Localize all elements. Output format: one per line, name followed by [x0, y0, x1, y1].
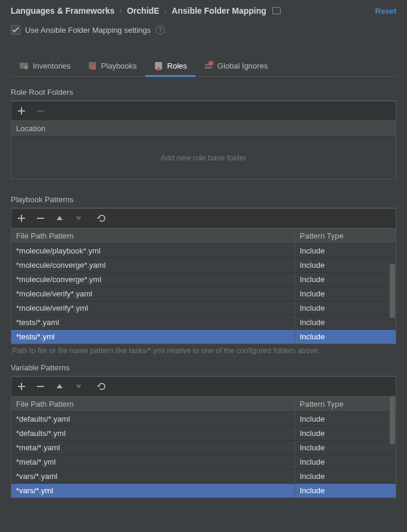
table-row[interactable]: *tests/*.yamlInclude — [11, 315, 396, 329]
col-file-path[interactable]: File Path Pattern — [11, 228, 294, 243]
remove-button[interactable] — [35, 381, 46, 392]
variable-header: File Path Pattern Pattern Type — [11, 397, 396, 412]
tab-inventories[interactable]: Inventories — [11, 56, 79, 76]
add-button[interactable] — [16, 381, 27, 392]
chevron-right-icon: › — [164, 6, 167, 16]
remove-button[interactable] — [35, 213, 46, 224]
tab-global-ignores[interactable]: Global Ignores — [195, 56, 276, 76]
role-root-empty[interactable]: Add new role base folder — [11, 136, 396, 179]
playbook-hint: Path to file or file name pattern like t… — [11, 344, 396, 355]
cell-type: Include — [294, 441, 396, 454]
table-row[interactable]: *defaults/*.yamlInclude — [11, 412, 396, 426]
cell-type: Include — [294, 301, 396, 315]
table-row[interactable]: *molecule/verify*.yamlInclude — [11, 286, 396, 301]
variable-patterns-title: Variable Patterns — [11, 361, 396, 376]
tab-playbooks-label: Playbooks — [101, 61, 137, 70]
move-up-button[interactable] — [54, 213, 65, 224]
svg-point-1 — [24, 66, 28, 69]
crumb-orchide[interactable]: OrchidE — [127, 6, 159, 16]
table-row[interactable]: *molecule/playbook*.ymlInclude — [11, 243, 396, 258]
global-ignores-icon — [204, 61, 213, 70]
scrollbar[interactable] — [389, 228, 396, 344]
move-up-button[interactable] — [54, 381, 65, 392]
svg-rect-7 — [205, 67, 212, 69]
table-row[interactable]: *molecule/converge*.ymlInclude — [11, 272, 396, 286]
cell-path: *molecule/converge*.yml — [11, 273, 294, 286]
revert-button[interactable] — [96, 381, 107, 392]
cell-path: *meta/*.yml — [11, 455, 294, 469]
inventories-icon — [19, 61, 29, 70]
chevron-right-icon: › — [119, 6, 122, 16]
table-row[interactable]: *tests/*.ymlInclude — [11, 329, 396, 344]
cell-type: Include — [294, 455, 396, 469]
variable-toolbar — [11, 376, 396, 396]
table-row[interactable]: *meta/*.ymlInclude — [11, 454, 396, 469]
cell-path: *tests/*.yaml — [11, 316, 294, 329]
remove-button[interactable] — [35, 106, 46, 116]
role-root-title: Role Root Folders — [11, 85, 396, 101]
tab-inventories-label: Inventories — [33, 61, 71, 70]
use-settings-checkbox[interactable] — [11, 25, 20, 35]
add-button[interactable] — [16, 106, 27, 116]
cell-type: Include — [294, 287, 396, 301]
col-location[interactable]: Location — [11, 121, 396, 136]
help-icon[interactable]: ? — [156, 25, 165, 35]
table-row[interactable]: *vars/*.ymlInclude — [11, 483, 396, 497]
svg-marker-10 — [76, 216, 82, 221]
cell-path: *vars/*.yaml — [11, 469, 294, 483]
svg-rect-3 — [92, 66, 95, 70]
playbook-toolbar — [11, 208, 396, 228]
cell-path: *molecule/verify*.yaml — [11, 287, 294, 301]
playbook-header: File Path Pattern Pattern Type — [11, 228, 396, 243]
table-row[interactable]: *vars/*.yamlInclude — [11, 469, 396, 483]
table-row[interactable]: *meta/*.yamlInclude — [11, 440, 396, 454]
section-variable-patterns: Variable Patterns File Path Pattern Patt… — [11, 361, 396, 498]
roles-icon — [154, 61, 163, 70]
cell-path: *defaults/*.yaml — [11, 412, 294, 426]
table-row[interactable]: *molecule/verify*.ymlInclude — [11, 301, 396, 315]
table-row[interactable]: *defaults/*.ymlInclude — [11, 426, 396, 440]
revert-button[interactable] — [96, 213, 107, 224]
variable-body[interactable]: *defaults/*.yamlInclude*defaults/*.ymlIn… — [11, 412, 396, 497]
add-button[interactable] — [16, 213, 27, 224]
tab-roles[interactable]: Roles — [145, 56, 195, 76]
role-root-header: Location — [11, 121, 396, 136]
use-settings-row: Use Ansible Folder Mapping settings ? — [0, 16, 407, 39]
cell-type: Include — [294, 469, 396, 483]
variable-table: File Path Pattern Pattern Type *defaults… — [11, 396, 396, 498]
cell-type: Include — [294, 484, 396, 497]
use-settings-label: Use Ansible Folder Mapping settings — [25, 26, 151, 35]
cell-path: *molecule/playbook*.yml — [11, 244, 294, 258]
cell-type: Include — [294, 258, 396, 272]
playbook-body[interactable]: *molecule/playbook*.ymlInclude*molecule/… — [11, 243, 396, 344]
crumb-languages[interactable]: Languages & Frameworks — [11, 6, 114, 16]
section-role-root: Role Root Folders Location Add new role … — [11, 85, 396, 180]
move-down-button[interactable] — [73, 213, 84, 224]
col-file-path[interactable]: File Path Pattern — [11, 397, 294, 412]
move-down-button[interactable] — [73, 381, 84, 392]
cell-type: Include — [294, 412, 396, 426]
tab-playbooks[interactable]: Playbooks — [79, 56, 145, 76]
table-row[interactable]: *molecule/converge*.yamlInclude — [11, 258, 396, 272]
reset-link[interactable]: Reset — [375, 7, 396, 16]
cell-path: *molecule/converge*.yaml — [11, 258, 294, 272]
svg-point-8 — [209, 61, 213, 66]
breadcrumb: Languages & Frameworks › OrchidE › Ansib… — [0, 0, 407, 16]
cell-path: *defaults/*.yml — [11, 426, 294, 440]
col-pattern-type[interactable]: Pattern Type — [294, 228, 396, 243]
cell-path: *molecule/verify*.yml — [11, 301, 294, 315]
crumb-folder-mapping: Ansible Folder Mapping — [172, 6, 266, 16]
svg-marker-9 — [57, 216, 63, 220]
cell-path: *vars/*.yml — [11, 484, 294, 497]
scrollbar[interactable] — [389, 397, 396, 497]
cell-type: Include — [294, 273, 396, 286]
svg-marker-12 — [57, 384, 63, 388]
tab-roles-label: Roles — [167, 61, 187, 70]
col-pattern-type[interactable]: Pattern Type — [294, 397, 396, 412]
cell-path: *meta/*.yaml — [11, 441, 294, 454]
window-icon[interactable] — [272, 7, 281, 14]
cell-type: Include — [294, 316, 396, 329]
role-root-toolbar — [11, 101, 396, 120]
tab-global-ignores-label: Global Ignores — [218, 61, 268, 70]
svg-marker-13 — [76, 385, 82, 389]
